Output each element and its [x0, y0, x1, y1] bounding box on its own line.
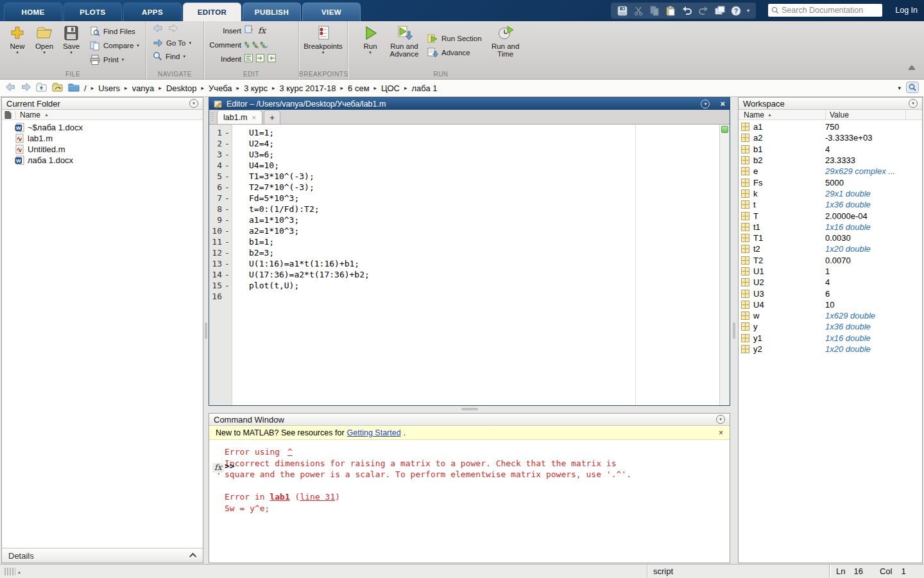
splitter-right[interactable]	[733, 322, 735, 339]
run-and-advance-button[interactable]: Run and Advance	[386, 23, 422, 67]
quick-toolbar-caret-icon[interactable]: ▾	[747, 8, 749, 13]
name-column-header[interactable]: Name	[20, 110, 40, 119]
new-tab-button[interactable]: +	[264, 110, 280, 124]
new-desktop-window-icon[interactable]	[715, 6, 725, 16]
search-documentation-input[interactable]	[782, 6, 878, 15]
workspace-row[interactable]: y1x36 double	[739, 321, 922, 332]
command-window-menu-icon[interactable]: ▾	[716, 415, 725, 424]
workspace-row[interactable]: a1750	[739, 121, 922, 132]
workspace-row[interactable]: b14	[739, 144, 922, 155]
file-row[interactable]: lab1.m	[2, 133, 203, 144]
workspace-row[interactable]: t11x16 double	[739, 222, 922, 232]
advance-button[interactable]: Advance	[427, 46, 482, 58]
current-folder-menu-icon[interactable]: ▾	[189, 99, 198, 108]
splitter-left[interactable]	[205, 322, 207, 339]
workspace-row[interactable]: t21x20 double	[739, 243, 922, 254]
uncomment-icon[interactable]: %✕	[252, 40, 257, 49]
nav-forward-icon[interactable]	[21, 82, 31, 94]
workspace-row[interactable]: Fs5000	[739, 177, 922, 188]
search-folder-icon[interactable]	[906, 82, 919, 95]
banner-close-icon[interactable]: ×	[719, 428, 723, 437]
comment-icon[interactable]: %	[244, 40, 249, 49]
open-button[interactable]: Open ▾	[31, 23, 58, 67]
editor-close-icon[interactable]: ×	[720, 99, 725, 109]
workspace-row[interactable]: U36	[739, 288, 922, 299]
getting-started-link[interactable]: Getting Started	[347, 428, 401, 437]
breadcrumb-item[interactable]: 3 курс 2017-18	[279, 83, 336, 93]
indent-left-icon[interactable]	[268, 53, 276, 65]
editor-menu-icon[interactable]: ▾	[701, 100, 710, 109]
run-section-button[interactable]: Run Section	[427, 32, 482, 44]
breadcrumb-item[interactable]: лаба 1	[411, 83, 437, 93]
help-icon[interactable]: ?	[731, 6, 741, 16]
tab-publish[interactable]: PUBLISH	[243, 3, 301, 21]
up-one-level-icon[interactable]	[36, 82, 47, 94]
breadcrumb-item[interactable]: Учеба	[209, 83, 232, 93]
insert-section-icon[interactable]	[244, 24, 255, 37]
indent-right-icon[interactable]	[256, 53, 264, 65]
run-and-time-button[interactable]: Run and Time	[488, 23, 523, 67]
expand-details-icon[interactable]	[189, 553, 196, 560]
workspace-row[interactable]: e29x629 complex ...	[739, 166, 922, 177]
error-line-link[interactable]: line 31	[300, 492, 335, 502]
tab-plots[interactable]: PLOTS	[64, 3, 122, 21]
find-files-button[interactable]: Find Files	[90, 25, 139, 37]
save-button[interactable]: Save ▾	[58, 23, 85, 67]
workspace-row[interactable]: T10.0030	[739, 232, 922, 243]
breadcrumb-item[interactable]: Desktop	[166, 83, 197, 93]
command-prompt[interactable]: >>	[225, 461, 235, 471]
new-button[interactable]: New ▾	[4, 23, 31, 67]
breadcrumb-item[interactable]: vanya	[132, 83, 155, 93]
breadcrumb-item[interactable]: /	[84, 83, 87, 93]
breadcrumb-item[interactable]: Users	[98, 83, 120, 93]
workspace-row[interactable]: k29x1 double	[739, 188, 922, 199]
save-icon[interactable]	[617, 6, 628, 16]
browse-for-folder-icon[interactable]	[52, 82, 64, 94]
workspace-row[interactable]: b223.3333	[739, 155, 922, 166]
path-dropdown-icon[interactable]: ▾	[898, 85, 901, 91]
breadcrumb-item[interactable]: 3 курс	[244, 83, 268, 93]
workspace-row[interactable]: U11	[739, 266, 922, 277]
workspace-row[interactable]: y11x16 double	[739, 333, 922, 344]
details-bar[interactable]: Details	[2, 548, 203, 563]
find-button[interactable]: Find ▾	[153, 50, 200, 62]
current-folder-column-header[interactable]: Name ▲	[2, 110, 203, 120]
workspace-row[interactable]: T20.0070	[739, 255, 922, 266]
statusbar-grip-icon[interactable]	[4, 568, 15, 575]
wrap-comments-icon[interactable]: %⏎	[260, 40, 264, 49]
splitter-horizontal[interactable]	[461, 408, 478, 410]
workspace-menu-icon[interactable]: ▾	[909, 99, 918, 108]
close-tab-icon[interactable]: ×	[252, 114, 256, 121]
tab-home[interactable]: HOME	[4, 3, 62, 21]
tab-apps[interactable]: APPS	[123, 3, 182, 21]
command-window-output[interactable]: Error using ^ Incorrect dimensions for r…	[209, 440, 730, 562]
error-caret-link[interactable]: ^	[285, 447, 295, 457]
code-editor[interactable]: 1-U1=1; 2-U2=4; 3-U3=6; 4-U4=10; 5-T1=3*…	[209, 125, 730, 405]
workspace-column-header[interactable]: Name▲ Value	[739, 110, 922, 120]
editor-tab-lab1[interactable]: lab1.m ×	[217, 110, 262, 124]
smart-indent-icon[interactable]	[244, 53, 253, 65]
file-row[interactable]: W ~$лаба 1.docx	[2, 122, 203, 133]
workspace-row[interactable]: t1x36 double	[739, 199, 922, 210]
workspace-row[interactable]: U24	[739, 277, 922, 288]
workspace-row[interactable]: a2-3.3333e+03	[739, 132, 922, 143]
undo-icon[interactable]	[681, 6, 692, 16]
workspace-row[interactable]: w1x629 double	[739, 310, 922, 321]
compare-button[interactable]: Compare ▾	[90, 39, 139, 51]
minimize-ribbon-icon[interactable]	[907, 64, 916, 71]
breadcrumb-item[interactable]: ЦОС	[381, 83, 400, 93]
tab-view[interactable]: VIEW	[302, 3, 361, 21]
nav-back-icon[interactable]	[5, 82, 16, 94]
file-row[interactable]: W лаба 1.docx	[2, 155, 203, 166]
login-button[interactable]: Log In	[895, 6, 918, 15]
error-file-link[interactable]: lab1	[270, 492, 289, 502]
file-row[interactable]: Untitled.m	[2, 144, 203, 155]
search-documentation-box[interactable]	[767, 3, 883, 17]
breakpoints-button[interactable]: Breakpoints ▾	[303, 23, 343, 67]
print-button[interactable]: Print ▾	[90, 53, 139, 66]
workspace-row[interactable]: U410	[739, 299, 922, 310]
go-to-button[interactable]: Go To ▾	[153, 37, 200, 49]
workspace-row[interactable]: T2.0000e-04	[739, 210, 922, 221]
breadcrumb-item[interactable]: 6 сем	[348, 83, 370, 93]
insert-function-icon[interactable]: fx	[258, 26, 266, 35]
